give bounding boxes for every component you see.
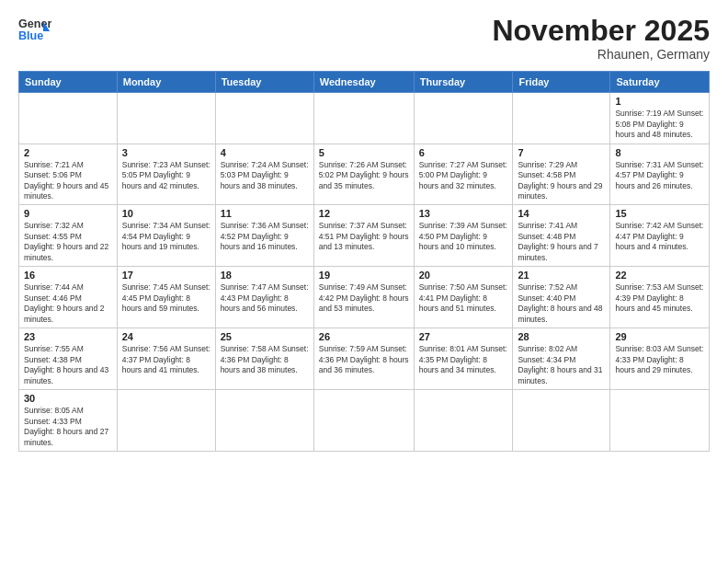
calendar-cell: 16Sunrise: 7:44 AM Sunset: 4:46 PM Dayli… bbox=[19, 267, 118, 328]
day-info: Sunrise: 7:44 AM Sunset: 4:46 PM Dayligh… bbox=[24, 282, 112, 325]
location-subtitle: Rhaunen, Germany bbox=[492, 47, 710, 62]
day-header-thursday: Thursday bbox=[414, 72, 513, 93]
calendar-cell bbox=[117, 93, 215, 144]
calendar-cell: 6Sunrise: 7:27 AM Sunset: 5:00 PM Daylig… bbox=[414, 144, 513, 205]
day-number: 19 bbox=[319, 270, 409, 281]
calendar-cell: 18Sunrise: 7:47 AM Sunset: 4:43 PM Dayli… bbox=[215, 267, 313, 328]
calendar-cell: 22Sunrise: 7:53 AM Sunset: 4:39 PM Dayli… bbox=[610, 267, 710, 328]
day-number: 30 bbox=[24, 393, 112, 404]
day-info: Sunrise: 7:53 AM Sunset: 4:39 PM Dayligh… bbox=[615, 282, 704, 314]
day-number: 11 bbox=[221, 208, 309, 219]
day-number: 21 bbox=[518, 270, 605, 281]
calendar-cell bbox=[610, 390, 710, 452]
day-number: 7 bbox=[518, 147, 605, 158]
day-info: Sunrise: 8:01 AM Sunset: 4:35 PM Dayligh… bbox=[419, 344, 508, 375]
day-info: Sunrise: 7:23 AM Sunset: 5:05 PM Dayligh… bbox=[122, 160, 210, 191]
calendar-cell: 15Sunrise: 7:42 AM Sunset: 4:47 PM Dayli… bbox=[610, 205, 710, 267]
day-number: 6 bbox=[419, 147, 508, 158]
day-number: 25 bbox=[221, 331, 309, 342]
calendar-table: SundayMondayTuesdayWednesdayThursdayFrid… bbox=[18, 71, 710, 452]
week-row-6: 30Sunrise: 8:05 AM Sunset: 4:33 PM Dayli… bbox=[19, 390, 710, 452]
day-number: 10 bbox=[122, 208, 210, 219]
day-number: 5 bbox=[319, 147, 409, 158]
title-block: November 2025 Rhaunen, Germany bbox=[492, 15, 710, 62]
svg-text:Blue: Blue bbox=[18, 29, 43, 42]
day-number: 1 bbox=[615, 96, 704, 107]
calendar-cell: 13Sunrise: 7:39 AM Sunset: 4:50 PM Dayli… bbox=[414, 205, 513, 267]
day-info: Sunrise: 7:34 AM Sunset: 4:54 PM Dayligh… bbox=[122, 221, 210, 252]
day-info: Sunrise: 7:31 AM Sunset: 4:57 PM Dayligh… bbox=[615, 160, 704, 191]
week-row-5: 23Sunrise: 7:55 AM Sunset: 4:38 PM Dayli… bbox=[19, 328, 710, 390]
day-number: 12 bbox=[319, 208, 409, 219]
day-info: Sunrise: 7:39 AM Sunset: 4:50 PM Dayligh… bbox=[419, 221, 508, 252]
calendar-cell: 8Sunrise: 7:31 AM Sunset: 4:57 PM Daylig… bbox=[610, 144, 710, 205]
day-number: 27 bbox=[419, 331, 508, 342]
calendar-cell: 17Sunrise: 7:45 AM Sunset: 4:45 PM Dayli… bbox=[117, 267, 215, 328]
day-number: 4 bbox=[221, 147, 309, 158]
calendar-cell bbox=[215, 390, 313, 452]
day-number: 2 bbox=[24, 147, 112, 158]
header: General Blue November 2025 Rhaunen, Germ… bbox=[18, 15, 710, 62]
calendar-cell: 10Sunrise: 7:34 AM Sunset: 4:54 PM Dayli… bbox=[117, 205, 215, 267]
day-info: Sunrise: 7:55 AM Sunset: 4:38 PM Dayligh… bbox=[24, 344, 112, 386]
day-info: Sunrise: 7:52 AM Sunset: 4:40 PM Dayligh… bbox=[518, 282, 605, 325]
week-row-3: 9Sunrise: 7:32 AM Sunset: 4:55 PM Daylig… bbox=[19, 205, 710, 267]
calendar-cell bbox=[513, 390, 610, 452]
day-info: Sunrise: 7:24 AM Sunset: 5:03 PM Dayligh… bbox=[221, 160, 309, 191]
day-number: 16 bbox=[24, 270, 112, 281]
calendar-cell: 28Sunrise: 8:02 AM Sunset: 4:34 PM Dayli… bbox=[513, 328, 610, 390]
day-number: 3 bbox=[122, 147, 210, 158]
calendar-cell: 1Sunrise: 7:19 AM Sunset: 5:08 PM Daylig… bbox=[610, 93, 710, 144]
day-info: Sunrise: 7:59 AM Sunset: 4:36 PM Dayligh… bbox=[319, 344, 409, 375]
calendar-cell: 14Sunrise: 7:41 AM Sunset: 4:48 PM Dayli… bbox=[513, 205, 610, 267]
month-title: November 2025 bbox=[492, 15, 710, 47]
day-number: 28 bbox=[518, 331, 605, 342]
day-number: 23 bbox=[24, 331, 112, 342]
day-info: Sunrise: 8:03 AM Sunset: 4:33 PM Dayligh… bbox=[615, 344, 704, 375]
day-info: Sunrise: 7:19 AM Sunset: 5:08 PM Dayligh… bbox=[615, 109, 704, 140]
day-number: 22 bbox=[615, 270, 704, 281]
day-header-saturday: Saturday bbox=[610, 72, 710, 93]
calendar-cell: 24Sunrise: 7:56 AM Sunset: 4:37 PM Dayli… bbox=[117, 328, 215, 390]
day-number: 26 bbox=[319, 331, 409, 342]
calendar-cell: 30Sunrise: 8:05 AM Sunset: 4:33 PM Dayli… bbox=[19, 390, 118, 452]
calendar-cell: 5Sunrise: 7:26 AM Sunset: 5:02 PM Daylig… bbox=[313, 144, 414, 205]
week-row-1: 1Sunrise: 7:19 AM Sunset: 5:08 PM Daylig… bbox=[19, 93, 710, 144]
day-number: 13 bbox=[419, 208, 508, 219]
day-number: 24 bbox=[122, 331, 210, 342]
week-row-4: 16Sunrise: 7:44 AM Sunset: 4:46 PM Dayli… bbox=[19, 267, 710, 328]
day-info: Sunrise: 7:45 AM Sunset: 4:45 PM Dayligh… bbox=[122, 282, 210, 314]
day-header-tuesday: Tuesday bbox=[215, 72, 313, 93]
day-info: Sunrise: 7:56 AM Sunset: 4:37 PM Dayligh… bbox=[122, 344, 210, 375]
day-number: 18 bbox=[221, 270, 309, 281]
day-number: 29 bbox=[615, 331, 704, 342]
calendar-cell: 9Sunrise: 7:32 AM Sunset: 4:55 PM Daylig… bbox=[19, 205, 118, 267]
calendar-cell bbox=[414, 93, 513, 144]
day-info: Sunrise: 7:49 AM Sunset: 4:42 PM Dayligh… bbox=[319, 282, 409, 314]
day-number: 14 bbox=[518, 208, 605, 219]
day-info: Sunrise: 7:26 AM Sunset: 5:02 PM Dayligh… bbox=[319, 160, 409, 191]
calendar-cell: 26Sunrise: 7:59 AM Sunset: 4:36 PM Dayli… bbox=[313, 328, 414, 390]
calendar-cell: 25Sunrise: 7:58 AM Sunset: 4:36 PM Dayli… bbox=[215, 328, 313, 390]
logo: General Blue bbox=[18, 15, 51, 48]
calendar-cell: 4Sunrise: 7:24 AM Sunset: 5:03 PM Daylig… bbox=[215, 144, 313, 205]
day-info: Sunrise: 7:29 AM Sunset: 4:58 PM Dayligh… bbox=[518, 160, 605, 202]
day-number: 20 bbox=[419, 270, 508, 281]
calendar-cell: 11Sunrise: 7:36 AM Sunset: 4:52 PM Dayli… bbox=[215, 205, 313, 267]
calendar-cell: 2Sunrise: 7:21 AM Sunset: 5:06 PM Daylig… bbox=[19, 144, 118, 205]
day-number: 8 bbox=[615, 147, 704, 158]
day-info: Sunrise: 8:05 AM Sunset: 4:33 PM Dayligh… bbox=[24, 406, 112, 448]
calendar-cell: 19Sunrise: 7:49 AM Sunset: 4:42 PM Dayli… bbox=[313, 267, 414, 328]
calendar-cell: 12Sunrise: 7:37 AM Sunset: 4:51 PM Dayli… bbox=[313, 205, 414, 267]
days-header-row: SundayMondayTuesdayWednesdayThursdayFrid… bbox=[19, 72, 710, 93]
day-header-monday: Monday bbox=[117, 72, 215, 93]
week-row-2: 2Sunrise: 7:21 AM Sunset: 5:06 PM Daylig… bbox=[19, 144, 710, 205]
calendar-cell bbox=[513, 93, 610, 144]
day-number: 9 bbox=[24, 208, 112, 219]
day-header-wednesday: Wednesday bbox=[313, 72, 414, 93]
calendar-cell: 20Sunrise: 7:50 AM Sunset: 4:41 PM Dayli… bbox=[414, 267, 513, 328]
calendar-cell: 21Sunrise: 7:52 AM Sunset: 4:40 PM Dayli… bbox=[513, 267, 610, 328]
day-info: Sunrise: 7:32 AM Sunset: 4:55 PM Dayligh… bbox=[24, 221, 112, 263]
logo-icon: General Blue bbox=[18, 15, 51, 48]
calendar-cell bbox=[215, 93, 313, 144]
